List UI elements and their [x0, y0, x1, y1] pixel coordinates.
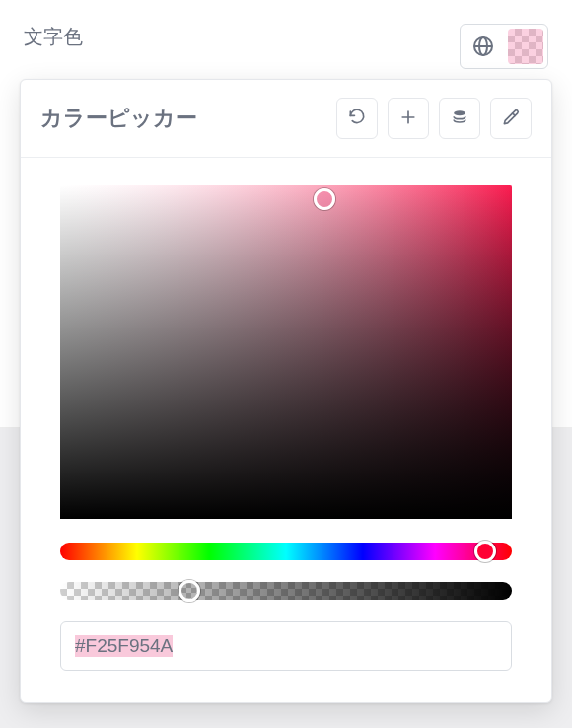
- popover-body: [21, 158, 551, 702]
- hue-handle[interactable]: [474, 541, 496, 562]
- color-swatch: [508, 29, 543, 64]
- hue-slider[interactable]: [60, 543, 512, 560]
- alpha-handle[interactable]: [179, 580, 200, 602]
- color-value-button[interactable]: [460, 24, 548, 69]
- property-label: 文字色: [24, 24, 83, 50]
- eyedropper-icon: [501, 108, 521, 130]
- color-picker-popover: カラーピッカー: [20, 79, 552, 703]
- saturation-value-plane[interactable]: [60, 185, 512, 519]
- alpha-slider[interactable]: [60, 582, 512, 600]
- popover-title: カラーピッカー: [40, 104, 197, 133]
- popover-actions: [336, 98, 532, 139]
- stack-icon: [450, 108, 469, 130]
- add-button[interactable]: [388, 98, 429, 139]
- layers-button[interactable]: [439, 98, 480, 139]
- eyedropper-button[interactable]: [490, 98, 532, 139]
- sv-handle[interactable]: [314, 188, 335, 210]
- hex-input[interactable]: [60, 621, 512, 671]
- svg-point-2: [454, 110, 465, 115]
- undo-icon: [347, 108, 367, 130]
- globe-icon: [465, 28, 502, 65]
- reset-button[interactable]: [336, 98, 378, 139]
- plus-icon: [398, 108, 418, 130]
- popover-header: カラーピッカー: [21, 80, 551, 158]
